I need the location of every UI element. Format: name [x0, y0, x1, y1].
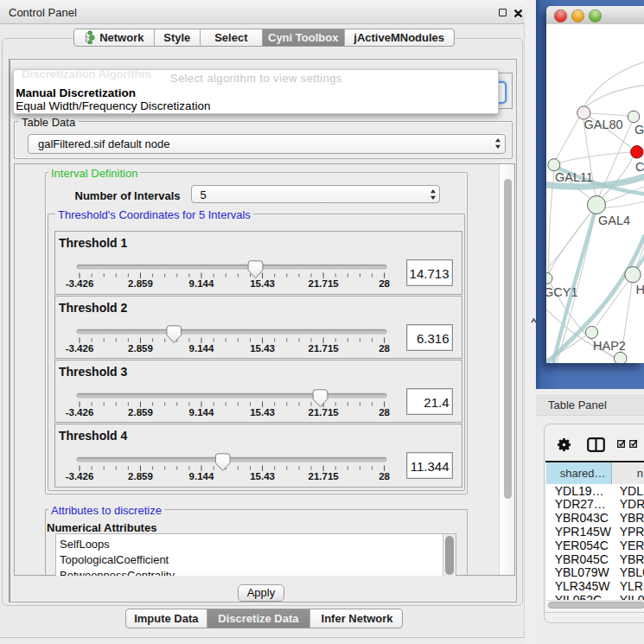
svg-text:9.144: 9.144 — [189, 343, 214, 354]
svg-text:C: C — [635, 160, 644, 174]
svg-text:-3.426: -3.426 — [66, 407, 94, 418]
svg-text:15.43: 15.43 — [250, 407, 275, 418]
svg-text:9.144: 9.144 — [189, 471, 214, 481]
svg-text:-3.426: -3.426 — [66, 471, 94, 481]
svg-text:28: 28 — [379, 343, 390, 354]
svg-text:HAP2: HAP2 — [593, 339, 626, 353]
svg-text:GAL11: GAL11 — [555, 170, 593, 184]
svg-text:21.715: 21.715 — [309, 407, 340, 418]
svg-text:15.43: 15.43 — [250, 471, 275, 481]
svg-text:2.859: 2.859 — [128, 343, 153, 354]
svg-text:15.43: 15.43 — [250, 343, 275, 354]
svg-text:2.859: 2.859 — [128, 278, 153, 289]
svg-text:-3.426: -3.426 — [66, 278, 94, 289]
svg-text:GAL4: GAL4 — [598, 214, 630, 227]
svg-text:28: 28 — [379, 278, 390, 289]
svg-text:GCY1: GCY1 — [546, 285, 578, 299]
svg-text:21.715: 21.715 — [309, 471, 340, 481]
svg-text:2.859: 2.859 — [128, 407, 153, 418]
svg-text:28: 28 — [379, 471, 390, 481]
svg-text:28: 28 — [379, 407, 390, 418]
svg-text:2.859: 2.859 — [128, 471, 153, 481]
svg-text:GAL80: GAL80 — [584, 118, 623, 131]
svg-text:15.43: 15.43 — [250, 278, 275, 289]
svg-text:9.144: 9.144 — [189, 407, 214, 418]
svg-text:H: H — [636, 283, 644, 296]
svg-text:-3.426: -3.426 — [66, 343, 94, 354]
svg-text:21.715: 21.715 — [309, 278, 340, 289]
svg-text:GA: GA — [634, 123, 644, 137]
svg-text:21.715: 21.715 — [309, 343, 340, 354]
svg-text:9.144: 9.144 — [189, 278, 214, 289]
